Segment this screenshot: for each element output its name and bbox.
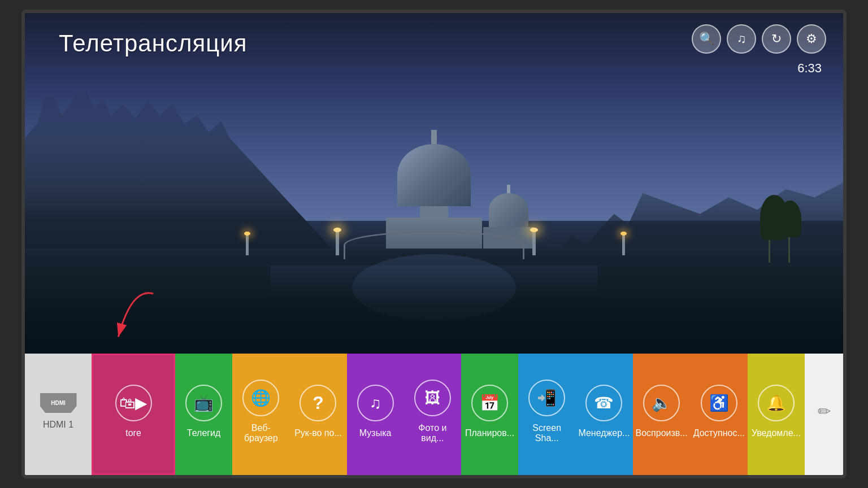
photos-icon: 🖼 [414, 380, 451, 416]
app-label-store: tore [125, 428, 141, 438]
lamp-post-3 [246, 234, 249, 255]
bridge [344, 231, 524, 259]
tv-screen: Телетрансляция 🔍 ♫ ↻ ⚙ 6:33 [25, 13, 843, 475]
app-label-music: Музыка [359, 428, 392, 438]
screenshare-icon: 📲 [528, 380, 565, 416]
app-label-player: Воспроизв... [636, 428, 688, 438]
trees [757, 195, 802, 263]
app-item-store[interactable]: 🛍▶ tore [92, 354, 175, 475]
teleguide-icon: 📺 [185, 385, 222, 421]
music-button[interactable]: ♫ [727, 24, 756, 54]
page-title: Телетрансляция [59, 30, 247, 57]
app-bar: HDMI HDMI 1 🛍▶ tore 📺 Телегид 🌐 Веб-брау… [25, 354, 843, 475]
gear-icon: ⚙ [806, 32, 817, 46]
app-item-music[interactable]: ♫ Музыка [347, 354, 404, 475]
lamp-post-1 [336, 230, 339, 255]
app-label-teleguide: Телегид [187, 428, 221, 438]
lamp-post-2 [532, 230, 536, 255]
app-label-photos: Фото и вид... [407, 423, 458, 443]
app-label-planner: Планиров... [465, 428, 514, 438]
tv-frame: Телетрансляция 🔍 ♫ ↻ ⚙ 6:33 [21, 10, 847, 478]
music-app-icon: ♫ [357, 385, 394, 421]
accessible-icon: ♿ [701, 385, 737, 421]
search-button[interactable]: 🔍 [692, 24, 721, 54]
back-button[interactable]: ↻ [762, 24, 791, 54]
manager-icon: ☎ [585, 385, 622, 421]
planner-icon: 📅 [471, 385, 508, 421]
app-item-accessible[interactable]: ♿ Доступнос... [691, 354, 748, 475]
app-item-planner[interactable]: 📅 Планиров... [461, 354, 518, 475]
app-item-photos[interactable]: 🖼 Фото и вид... [404, 354, 461, 475]
hdmi-icon: HDMI [40, 393, 77, 413]
app-item-hdmi[interactable]: HDMI HDMI 1 [25, 354, 92, 475]
browser-icon: 🌐 [242, 380, 279, 416]
pencil-icon: ✏ [818, 402, 831, 421]
store-icon: 🛍▶ [115, 385, 152, 421]
notifications-icon: 🔔 [758, 385, 795, 421]
app-item-teleguide[interactable]: 📺 Телегид [175, 354, 232, 475]
app-label-notifications: Уведомле... [752, 428, 801, 438]
app-item-player[interactable]: 🔈 Воспроизв... [633, 354, 691, 475]
app-item-browser[interactable]: 🌐 Веб-браузер [232, 354, 289, 475]
app-item-guide[interactable]: ? Рук-во по... [289, 354, 346, 475]
background-scene [25, 13, 843, 360]
app-item-pencil[interactable]: ✏ [805, 354, 843, 475]
app-item-screenshare[interactable]: 📲 Screen Sha... [518, 354, 575, 475]
app-label-browser: Веб-браузер [235, 423, 287, 443]
top-icon-bar: 🔍 ♫ ↻ ⚙ [692, 24, 826, 54]
guide-icon: ? [300, 385, 336, 421]
app-label-screenshare: Screen Sha... [521, 423, 572, 443]
lamp-post-4 [622, 234, 625, 255]
app-label-manager: Менеджер... [578, 428, 630, 438]
music-icon: ♫ [737, 32, 747, 46]
app-label-accessible: Доступнос... [693, 428, 745, 438]
back-icon: ↻ [771, 32, 782, 46]
app-label-hdmi: HDMI 1 [43, 420, 73, 430]
search-icon: 🔍 [699, 32, 714, 46]
app-item-manager[interactable]: ☎ Менеджер... [575, 354, 632, 475]
app-label-guide: Рук-во по... [294, 428, 342, 438]
settings-button[interactable]: ⚙ [797, 24, 826, 54]
app-item-notifications[interactable]: 🔔 Уведомле... [748, 354, 805, 475]
river [25, 249, 843, 359]
player-icon: 🔈 [643, 385, 680, 421]
time-display: 6:33 [797, 61, 822, 76]
